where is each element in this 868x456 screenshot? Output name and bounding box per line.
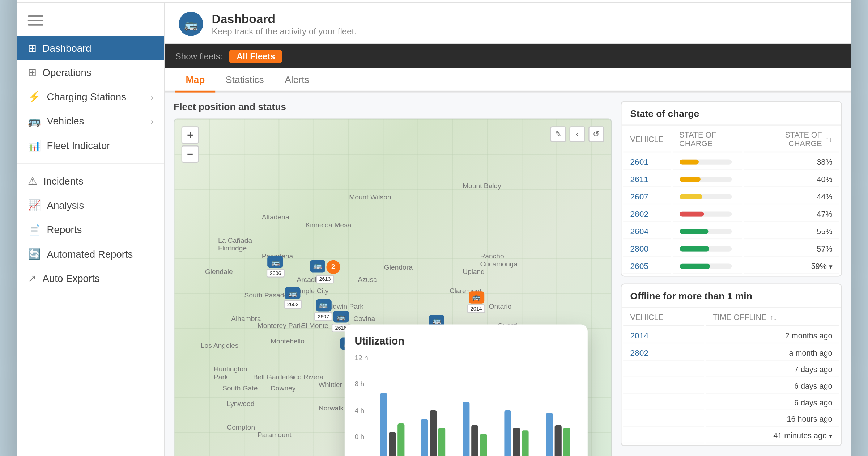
- sort-icon-offline: ↑↓: [770, 313, 777, 321]
- charge-pct-2605: 59% ▾: [744, 258, 839, 274]
- bar-green-12oct-b: [522, 430, 529, 456]
- tab-map[interactable]: Map: [175, 68, 215, 92]
- sidebar-item-automated-reports-label: Automated Reports: [47, 249, 133, 259]
- bus-label-2613: 2613: [316, 275, 334, 283]
- table-row: 2014 2 months ago: [623, 328, 839, 343]
- bus-marker-2602[interactable]: 🚌 2602: [284, 287, 302, 309]
- map-zoom-in-button[interactable]: +: [182, 126, 199, 144]
- table-row: 2605 59% ▾: [623, 258, 839, 274]
- map-refresh-button[interactable]: ↺: [588, 126, 604, 142]
- charge-pct-2604: 55%: [744, 224, 839, 239]
- charge-fill-2611: [679, 176, 700, 181]
- city-label-picorivera: Pico Rivera: [288, 373, 323, 381]
- city-label-glendora: Glendora: [384, 264, 413, 272]
- charge-bar-2800: [679, 246, 731, 251]
- sidebar-item-analysis[interactable]: 📈 Analysis: [17, 193, 164, 218]
- charge-bar-2607: [679, 194, 731, 199]
- bar-green-10oct: [439, 428, 446, 456]
- bars-12oct-b: [505, 410, 529, 456]
- table-row: 2802 47%: [623, 206, 839, 222]
- charge-bar-2601: [679, 159, 731, 164]
- offline-col-time: TIME OFFLINE ↑↓: [706, 310, 839, 326]
- charge-bar-2605: [679, 263, 731, 268]
- map-zoom-out-button[interactable]: −: [182, 145, 199, 163]
- page-title: Dashboard: [212, 12, 357, 25]
- charge-fill-2800: [679, 246, 709, 251]
- sidebar-item-reports[interactable]: 📄 Reports: [17, 218, 164, 242]
- bus-label-2602: 2602: [284, 300, 302, 309]
- sidebar-collapse-icon: [28, 15, 43, 28]
- offline-vehicle-2014[interactable]: 2014: [630, 330, 648, 340]
- bus-marker-2606[interactable]: 🚌 2606: [266, 256, 285, 278]
- auto-exports-icon: ↗: [28, 272, 37, 284]
- dashboard-icon: ⊞: [28, 42, 37, 54]
- charge-bar-2802: [679, 211, 731, 216]
- sidebar-collapse-button[interactable]: [17, 10, 164, 33]
- sidebar-item-operations[interactable]: ⊞ Operations: [17, 60, 164, 85]
- bus-icon-2616: 🚌: [333, 311, 349, 323]
- sidebar-item-vehicles[interactable]: 🚌 Vehicles ›: [17, 109, 164, 133]
- charge-pct-2611: 40%: [744, 172, 839, 187]
- vehicle-link-2607[interactable]: 2607: [630, 191, 648, 201]
- offline-time-2802: a month ago: [706, 345, 839, 361]
- map-container: + − ✎ ‹ ↺ La CañadaFlintridge: [174, 119, 612, 456]
- tab-statistics[interactable]: Statistics: [215, 68, 274, 92]
- bus-group-count: 2: [326, 260, 340, 274]
- offline-panel-title: Offline for more than 1 min: [630, 291, 832, 301]
- sidebar-item-fleet-indicator[interactable]: 📊 Fleet Indicator: [17, 133, 164, 157]
- soc-col-state: STATE OF CHARGE: [672, 127, 742, 153]
- bus-marker-2014[interactable]: 🚌 2014: [467, 291, 485, 313]
- city-label-covina: Covina: [353, 314, 375, 322]
- vehicle-link-2604[interactable]: 2604: [630, 226, 648, 236]
- city-label-compton: Compton: [227, 424, 255, 432]
- city-label-altadena: Altadena: [262, 213, 289, 221]
- charge-pct-2802: 47%: [744, 206, 839, 222]
- city-label-azusa: Azusa: [358, 275, 377, 283]
- vehicle-link-2611[interactable]: 2611: [630, 174, 648, 183]
- city-label-norwalk: Norwalk: [319, 404, 344, 412]
- sort-icon-soc: ↑↓: [825, 135, 832, 143]
- sidebar-item-auto-exports[interactable]: ↗ Auto Exports: [17, 266, 164, 291]
- table-row: 2607 44%: [623, 189, 839, 204]
- sidebar-item-operations-label: Operations: [43, 67, 92, 78]
- content-area: 🚌 Dashboard Keep track of the activity o…: [165, 3, 851, 456]
- table-row: 6 days ago: [623, 396, 839, 410]
- sidebar-item-incidents[interactable]: ⚠ Incidents: [17, 169, 164, 193]
- vehicle-link-2800[interactable]: 2800: [630, 244, 648, 253]
- city-label-upland: Upland: [463, 267, 485, 275]
- sidebar-item-dashboard[interactable]: ⊞ Dashboard: [17, 36, 164, 60]
- sidebar-item-charging-stations-label: Charging Stations: [47, 92, 126, 102]
- charge-fill-2601: [679, 159, 699, 164]
- bus-marker-2607[interactable]: 🚌 2607: [314, 299, 333, 321]
- main-layout: ⊞ Dashboard ⊞ Operations ⚡ Charging Stat…: [17, 3, 851, 456]
- table-row: 2802 a month ago: [623, 345, 839, 361]
- offline-vehicle-2802[interactable]: 2802: [630, 348, 648, 357]
- bar-blue-14oct: [546, 413, 553, 456]
- soc-table-body: 2601 38% 2611 40%: [623, 154, 839, 274]
- show-more-soc-icon[interactable]: ▾: [829, 262, 833, 270]
- sidebar-item-automated-reports[interactable]: 🔄 Automated Reports: [17, 242, 164, 266]
- bus-icon-2014: 🚌: [468, 291, 484, 303]
- fleet-badge[interactable]: All Fleets: [230, 50, 282, 63]
- vehicle-link-2802[interactable]: 2802: [630, 209, 648, 218]
- fleet-indicator-icon: 📊: [28, 139, 41, 152]
- charge-fill-2607: [679, 194, 702, 199]
- util-y-axis: 12 h 8 h 4 h 0 h: [354, 354, 368, 456]
- chart-bars-container: [373, 354, 577, 456]
- map-pencil-button[interactable]: ✎: [550, 126, 566, 142]
- tab-alerts[interactable]: Alerts: [274, 68, 319, 92]
- offline-table-header-row: VEHICLE TIME OFFLINE ↑↓: [623, 310, 839, 326]
- map-prev-button[interactable]: ‹: [569, 126, 585, 142]
- util-chart-area: 06 Oct 10 Oct 12 Oct 12 Oct 14 Oct: [373, 354, 577, 456]
- vehicle-link-2601[interactable]: 2601: [630, 157, 648, 166]
- table-row: 6 days ago: [623, 379, 839, 394]
- show-more-offline-icon[interactable]: ▾: [829, 432, 833, 440]
- vehicle-link-2605[interactable]: 2605: [630, 261, 648, 270]
- state-of-charge-panel: State of charge VEHICLE STATE OF CHARGE: [621, 101, 842, 277]
- bus-marker-group1[interactable]: 🚌 2 2613: [310, 260, 340, 283]
- charge-fill-2802: [679, 211, 704, 216]
- bar-dark-12oct: [472, 425, 478, 456]
- sidebar: ⊞ Dashboard ⊞ Operations ⚡ Charging Stat…: [17, 3, 165, 456]
- city-label-kinneloamesa: Kinneloa Mesa: [306, 221, 352, 229]
- sidebar-item-charging-stations[interactable]: ⚡ Charging Stations ›: [17, 85, 164, 109]
